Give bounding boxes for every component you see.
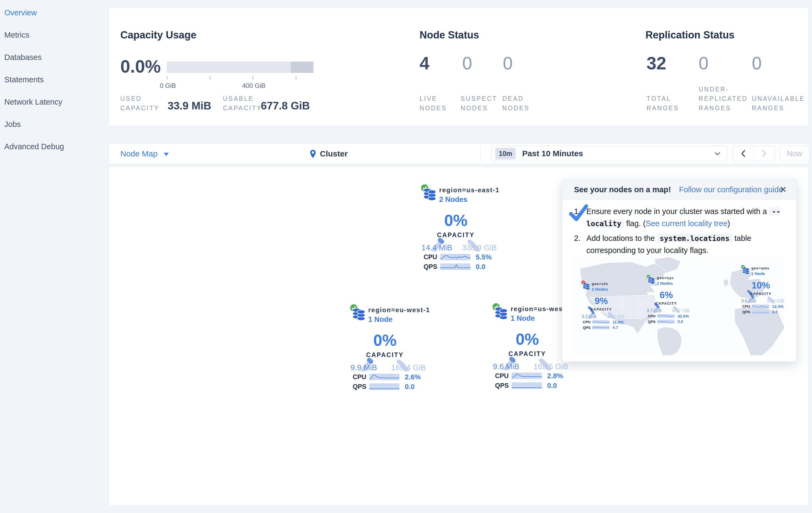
live-nodes-label: LIVENODES <box>419 94 447 113</box>
capacity-label: CAPACITY <box>426 232 485 239</box>
under-replicated-label: UNDER-REPLICATEDRANGES <box>699 85 748 113</box>
now-button[interactable]: Now <box>780 146 809 161</box>
suspect-nodes-label: SUSPECTNODES <box>461 94 497 113</box>
qps-sparkline <box>369 383 399 390</box>
cpu-sparkline <box>512 373 542 379</box>
cpu-sparkline <box>592 320 609 324</box>
chevron-down-icon <box>715 152 720 157</box>
axis-tick <box>296 76 296 80</box>
next-interval-button[interactable] <box>754 146 775 161</box>
qps-label: QPS <box>495 382 512 389</box>
cpu-value: 5.5% <box>476 253 492 261</box>
total-ranges-value: 32 <box>646 53 666 73</box>
capacity-label: CAPACITY <box>355 351 414 359</box>
step-1: 1.Ensure every node in your cluster was … <box>574 206 786 230</box>
sidebar-item-databases[interactable]: Databases <box>0 46 106 69</box>
cluster-summary-card: Capacity Usage 0.0% 0 GiB 400 GiB USEDCA… <box>109 7 809 126</box>
mini-locality-sfo: 1 geo=sfo 2 Nodes 9% <box>581 280 627 331</box>
capacity-used: 9.9 MiB <box>351 363 377 372</box>
qps-sparkline <box>752 310 769 314</box>
map-toolbar: Node Map Cluster 10m Past 10 Minutes <box>109 143 809 164</box>
cpu-label: CPU <box>353 373 369 381</box>
locality-widget-eu-west-1[interactable]: region=eu-west-1 1 Node 0% CAPACITY 9.9 … <box>349 303 430 393</box>
time-range-select[interactable]: 10m Past 10 Minutes <box>491 146 727 161</box>
axis-tick <box>210 76 210 80</box>
sidebar-item-advanced-debug[interactable]: Advanced Debug <box>0 136 106 158</box>
locality-tree-link[interactable]: See current locality tree <box>646 219 728 228</box>
capacity-total: 338.9 GiB <box>462 243 497 252</box>
popup-title: See your nodes on a map! <box>574 185 671 194</box>
usable-capacity-label: USABLECAPACITY <box>223 94 262 113</box>
axis-tick-label: 0 GiB <box>160 82 176 89</box>
replication-status-title: Replication Status <box>645 29 735 41</box>
used-capacity-label: USEDCAPACITY <box>120 94 159 113</box>
example-map-thumbnail: 1 geo=sfo 2 Nodes 9% <box>574 257 785 355</box>
capacity-percent: 10% <box>744 280 778 291</box>
sidebar-item-statements[interactable]: Statements <box>0 69 106 91</box>
qps-value: 0.0 <box>405 383 414 391</box>
time-step-buttons <box>732 146 775 161</box>
axis-tick <box>253 76 253 80</box>
capacity-percent: 9% <box>584 296 618 306</box>
capacity-used: 3.6 GiB <box>741 299 756 304</box>
location-pin-icon <box>310 150 316 159</box>
sidebar: Overview Metrics Databases Statements Ne… <box>0 0 106 513</box>
cpu-sparkline <box>440 254 470 260</box>
close-icon[interactable]: ✕ <box>780 180 787 199</box>
qps-value: 4.7 <box>612 325 618 330</box>
popup-steps: 1.Ensure every node in your cluster was … <box>574 206 786 259</box>
capacity-percent: 0% <box>426 211 485 230</box>
breadcrumb-cluster[interactable]: Cluster <box>320 143 348 164</box>
capacity-bar-dark-segment <box>291 61 314 73</box>
previous-interval-button[interactable] <box>733 146 754 161</box>
qps-sparkline <box>440 264 470 270</box>
capacity-used: 3.7 GiB <box>646 308 661 314</box>
cpu-value: 12.3% <box>772 304 783 309</box>
qps-label: QPS <box>353 383 369 390</box>
cpu-sparkline <box>752 305 769 308</box>
suspect-nodes-value: 0 <box>462 53 472 73</box>
view-mode-dropdown[interactable]: Node Map <box>120 143 157 164</box>
node-status-title: Node Status <box>419 29 479 41</box>
capacity-total: 65.7 GiB <box>672 308 690 314</box>
capacity-total: 169.4 GiB <box>391 363 426 372</box>
dead-nodes-value: 0 <box>503 53 513 73</box>
capacity-used: 9.6 MiB <box>493 362 519 371</box>
mini-locality-nyc: geo=nyc 2 Nodes 6% CAPACITY 3.7 GiB 65.7… <box>646 274 692 325</box>
used-capacity-value: 33.9 MiB <box>168 100 211 112</box>
capacity-used: 3.2 GiB <box>582 314 596 319</box>
capacity-label: CAPACITY <box>498 350 557 358</box>
qps-value: 0.0 <box>476 263 485 271</box>
chevron-down-icon[interactable] <box>164 152 169 157</box>
capacity-total: 35.1 GiB <box>607 314 625 319</box>
cpu-label: CPU <box>743 304 752 309</box>
sidebar-item-jobs[interactable]: Jobs <box>0 113 106 136</box>
capacity-label: CAPACITY <box>744 292 778 296</box>
axis-tick <box>167 76 167 80</box>
capacity-label: CAPACITY <box>584 307 618 312</box>
code-system-locations: system.locations <box>657 234 732 243</box>
qps-value: 0.0 <box>547 381 557 390</box>
cpu-sparkline <box>369 374 399 380</box>
sidebar-item-overview[interactable]: Overview <box>0 2 106 24</box>
capacity-total: 169.5 GiB <box>533 362 568 371</box>
capacity-used-percent: 0.0% <box>120 56 161 77</box>
live-nodes-value: 4 <box>419 53 430 73</box>
sidebar-item-metrics[interactable]: Metrics <box>0 24 106 46</box>
qps-label: QPS <box>743 310 752 314</box>
capacity-used: 14.4 MiB <box>422 243 452 252</box>
cpu-label: CPU <box>583 320 592 324</box>
locality-widget-us-west-1[interactable]: region=us-west-1 1 Node 0% CAPACITY 9.6 … <box>492 302 572 392</box>
sidebar-item-network-latency[interactable]: Network Latency <box>0 91 106 113</box>
qps-value: 0.0 <box>772 309 778 314</box>
capacity-usage-title: Capacity Usage <box>120 29 196 41</box>
dead-nodes-label: DEADNODES <box>502 94 530 113</box>
unavailable-value: 0 <box>752 53 762 73</box>
db-console-overview-page: Overview Metrics Databases Statements Ne… <box>0 0 812 513</box>
capacity-bar <box>167 61 314 73</box>
step-2: 2.Add locations to the system.locations … <box>574 232 786 256</box>
capacity-label: CAPACITY <box>649 301 683 305</box>
configuration-guide-link[interactable]: Follow our configuration guide <box>679 185 783 194</box>
step-number: 1. <box>574 206 580 217</box>
locality-widget-us-east-1[interactable]: region=us-east-1 2 Nodes 0% CAPACITY 14.… <box>420 184 501 273</box>
